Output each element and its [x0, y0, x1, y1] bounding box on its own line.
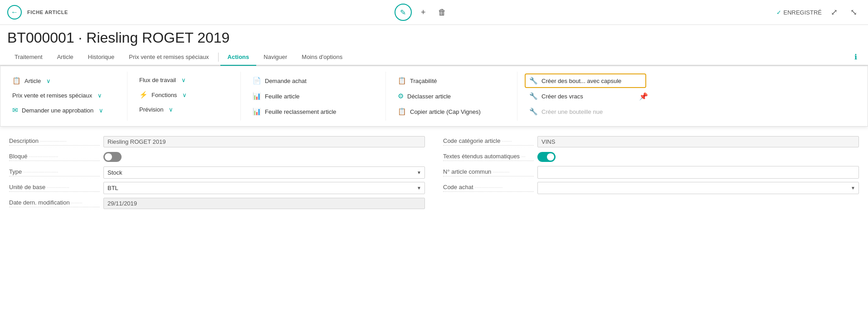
fiche-label: FICHE ARTICLE — [27, 10, 68, 15]
menu-col-3: 📄 Demande achat 📊 Feuille article 📊 Feui… — [241, 72, 386, 121]
menu-item-creer-bouteille-nue[interactable]: 🔧 Créer une bouteille nue — [525, 104, 646, 119]
creer-vracs-label: Créer des vracs — [541, 93, 583, 100]
menu-item-flux-travail[interactable]: Flux de travail ∨ — [135, 73, 233, 87]
menu-item-feuille-reclassement[interactable]: 📊 Feuille reclassement article — [248, 104, 378, 119]
code-achat-label: Code achat ···················· — [443, 184, 534, 192]
unite-base-select[interactable]: BTL L KG — [103, 182, 425, 194]
prix-vente-label: Prix vente et remises spéciaux — [12, 92, 92, 99]
menu-item-prix-vente[interactable]: Prix vente et remises spéciaux ∨ — [8, 89, 120, 102]
feuille-reclassement-label: Feuille reclassement article — [265, 108, 336, 115]
approbation-label: Demander une approbation — [22, 107, 93, 114]
code-achat-select[interactable] — [537, 182, 859, 194]
type-label: Type ························· — [9, 168, 100, 176]
tab-prix-vente[interactable]: Prix vente et remises spéciaux — [122, 49, 216, 66]
enregistre-label: ENREGISTRÉ — [783, 9, 822, 16]
textes-etendus-toggle[interactable] — [537, 152, 556, 162]
form-row-type: Type ························· Stock Ser… — [9, 165, 425, 180]
delete-icon: 🗑 — [438, 8, 446, 17]
declasser-label: Déclasser article — [407, 93, 451, 100]
form-left: Description ··················· Bloqué ·… — [9, 134, 425, 211]
form-row-date-modification: Date dern. modification ········ — [9, 195, 425, 211]
approbation-arrow: ∨ — [99, 107, 103, 114]
check-icon: ✓ — [776, 9, 781, 16]
description-label: Description ··················· — [9, 137, 100, 146]
tab-naviguer[interactable]: Naviguer — [256, 49, 294, 66]
info-button[interactable]: ℹ — [851, 49, 861, 65]
add-button[interactable]: + — [417, 6, 429, 19]
type-select-wrapper: Stock Service Non-stock — [103, 166, 425, 179]
menu-item-fonctions[interactable]: ⚡ Fonctions ∨ — [135, 88, 233, 102]
menu-item-prevision[interactable]: Prévision ∨ — [135, 103, 233, 116]
edit-button[interactable]: ✎ — [395, 4, 412, 21]
pin-button[interactable]: 📌 — [639, 92, 648, 101]
article-label: Article — [24, 78, 41, 84]
unite-base-label: Unité de base ················ — [9, 184, 100, 192]
form-row-bloque: Bloqué ····················· — [9, 149, 425, 165]
tab-actions[interactable]: Actions — [220, 49, 257, 66]
feuille-article-icon: 📊 — [253, 92, 261, 100]
no-article-commun-input[interactable] — [537, 166, 859, 179]
approbation-icon: ✉ — [12, 106, 18, 114]
tab-historique[interactable]: Historique — [81, 49, 122, 66]
code-achat-select-wrapper — [537, 182, 859, 194]
form-right: Code catégorie article ······· Textes ét… — [443, 134, 859, 211]
menu-col-5: 🔧 Créer des bout... avec capsule 🔧 Créer… — [517, 72, 653, 121]
tab-moins-options[interactable]: Moins d'options — [294, 49, 350, 66]
menu-col-4: 📋 Traçabilité ⚙ Déclasser article 📋 Copi… — [386, 72, 517, 121]
collapse-button[interactable]: ⤡ — [847, 5, 861, 19]
tab-traitement[interactable]: Traitement — [7, 49, 50, 66]
article-arrow: ∨ — [46, 78, 51, 84]
code-categorie-label: Code catégorie article ······· — [443, 137, 534, 146]
tracabilite-label: Traçabilité — [410, 78, 437, 84]
form-row-description: Description ··················· — [9, 134, 425, 149]
flux-arrow: ∨ — [181, 77, 186, 83]
menu-item-copier-article[interactable]: 📋 Copier article (Cap Vignes) — [393, 104, 510, 119]
menu-item-declasser[interactable]: ⚙ Déclasser article — [393, 89, 510, 103]
fonctions-icon: ⚡ — [139, 91, 148, 99]
menu-item-feuille-article[interactable]: 📊 Feuille article — [248, 89, 378, 103]
back-icon: ← — [11, 8, 18, 16]
bloque-label: Bloqué ····················· — [9, 153, 100, 161]
feuille-article-label: Feuille article — [265, 93, 300, 100]
menu-item-demander-approbation[interactable]: ✉ Demander une approbation ∨ — [8, 103, 120, 117]
menu-item-creer-bout-capsule[interactable]: 🔧 Créer des bout... avec capsule — [525, 73, 646, 88]
no-article-commun-label: N° article commun ············ — [443, 168, 534, 176]
expand-button[interactable]: ⤢ — [827, 5, 841, 19]
actions-dropdown-menu: 📋 Article ∨ Prix vente et remises spécia… — [0, 66, 868, 127]
unite-base-select-wrapper: BTL L KG — [103, 182, 425, 194]
collapse-icon: ⤡ — [850, 8, 857, 17]
copier-icon: 📋 — [398, 107, 406, 116]
menu-item-creer-vracs[interactable]: 🔧 Créer des vracs — [525, 89, 646, 103]
tab-article[interactable]: Article — [50, 49, 81, 66]
prevision-arrow: ∨ — [169, 106, 173, 113]
date-modification-input[interactable] — [103, 198, 425, 209]
menu-item-demande-achat[interactable]: 📄 Demande achat — [248, 73, 378, 88]
textes-etendus-label: Textes étendus automatiques ··· — [443, 153, 534, 161]
menu-item-article[interactable]: 📋 Article ∨ — [8, 73, 120, 88]
prevision-label: Prévision — [139, 106, 163, 113]
title-section: BT000001 · Riesling ROGET 2019 — [0, 25, 868, 49]
date-modification-label: Date dern. modification ········ — [9, 199, 100, 207]
form-row-code-categorie: Code catégorie article ······· — [443, 134, 859, 149]
fonctions-arrow: ∨ — [182, 92, 187, 98]
description-input[interactable] — [103, 136, 425, 147]
bloque-toggle[interactable] — [103, 152, 122, 162]
article-icon: 📋 — [12, 77, 21, 85]
menu-col-2: Flux de travail ∨ ⚡ Fonctions ∨ Prévisio… — [127, 72, 241, 121]
form-area: Description ··················· Bloqué ·… — [0, 127, 868, 218]
creer-bouteille-nue-label: Créer une bouteille nue — [541, 108, 603, 115]
top-bar: ← FICHE ARTICLE ✎ + 🗑 ✓ ENREGISTRÉ ⤢ ⤡ — [0, 0, 868, 25]
declasser-icon: ⚙ — [398, 92, 404, 100]
form-row-no-article-commun: N° article commun ············ — [443, 165, 859, 180]
delete-button[interactable]: 🗑 — [434, 6, 450, 19]
menu-item-tracabilite[interactable]: 📋 Traçabilité — [393, 73, 510, 88]
tracabilite-icon: 📋 — [398, 77, 406, 85]
creer-bouteille-nue-icon: 🔧 — [529, 107, 538, 116]
form-row-textes-etendus: Textes étendus automatiques ··· — [443, 149, 859, 165]
creer-bout-capsule-label: Créer des bout... avec capsule — [541, 78, 621, 84]
nav-separator — [218, 53, 219, 62]
form-row-code-achat: Code achat ···················· — [443, 180, 859, 195]
type-select[interactable]: Stock Service Non-stock — [103, 166, 425, 179]
code-categorie-input[interactable] — [537, 136, 859, 147]
back-button[interactable]: ← — [7, 5, 22, 20]
